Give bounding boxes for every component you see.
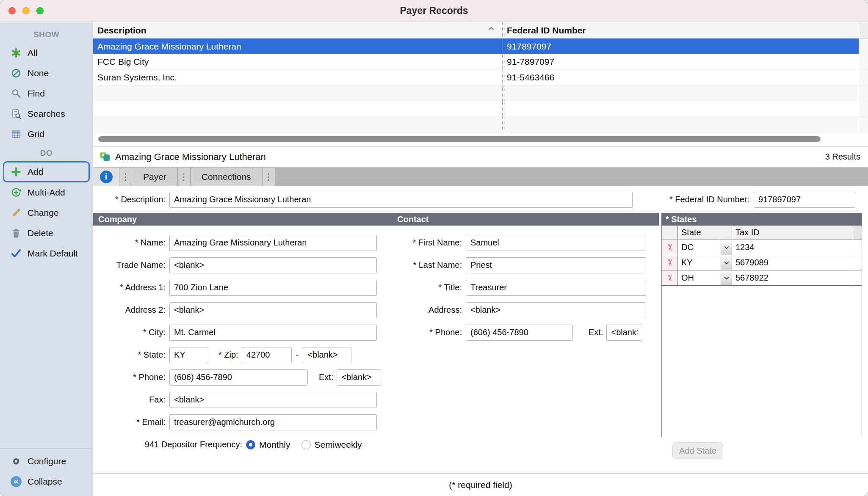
contact-ext-input[interactable] — [606, 325, 642, 341]
delete-state-button[interactable]: ✂ — [662, 255, 678, 270]
semiweekly-radio[interactable] — [301, 440, 311, 449]
zip4-input[interactable] — [303, 347, 351, 363]
zip-input[interactable] — [242, 347, 292, 363]
description-input[interactable] — [169, 192, 633, 208]
title-input[interactable] — [466, 280, 646, 296]
section-headers: Company Contact — [93, 213, 659, 226]
table-row[interactable]: FCC Big City 91-7897097 — [93, 54, 868, 70]
drag-handle-icon[interactable]: ⋮ — [178, 168, 191, 186]
delete-state-button[interactable]: ✂ — [662, 270, 678, 285]
pencil-icon — [10, 207, 22, 219]
sidebar-item-label: Find — [28, 88, 45, 99]
horizontal-scrollbar-track[interactable] — [93, 132, 868, 146]
trade-name-label: Trade Name: — [93, 260, 166, 270]
sidebar-item-none[interactable]: None — [0, 63, 93, 83]
state-select[interactable]: OH — [678, 270, 732, 285]
sidebar-item-searches[interactable]: Searches — [0, 104, 93, 124]
federal-id-label: * Federal ID Number: — [669, 195, 749, 204]
sidebar-item-label: All — [28, 48, 37, 58]
contact-phone-input[interactable] — [466, 325, 573, 341]
checkmark-icon — [10, 248, 22, 259]
drag-handle-icon[interactable]: ⋮ — [263, 168, 275, 186]
sidebar-item-find[interactable]: Find — [0, 83, 93, 104]
minimize-window-button[interactable] — [22, 7, 30, 14]
tab-bar: i ⋮ Payer ⋮ Connections ⋮ — [93, 168, 868, 186]
vertical-scrollbar-track[interactable] — [859, 22, 868, 38]
contact-section-header: Contact — [392, 213, 659, 226]
first-name-input[interactable] — [466, 235, 646, 251]
sidebar-item-delete[interactable]: Delete — [0, 223, 93, 243]
last-name-label: * Last Name: — [392, 260, 462, 270]
last-name-input[interactable] — [466, 257, 646, 273]
state-select[interactable]: KY — [678, 255, 732, 270]
chevron-down-icon[interactable] — [721, 255, 732, 270]
state-row: ✂ OH 5678922 — [662, 270, 862, 286]
company-ext-input[interactable] — [337, 369, 381, 386]
monthly-radio-label: Monthly — [259, 440, 290, 450]
description-label: * Description: — [93, 195, 166, 204]
table-row[interactable]: Amazing Grace Missionary Lutheran 917897… — [93, 39, 868, 54]
main-content: Description ^ Federal ID Number Amazing … — [93, 22, 868, 496]
table-row-empty — [93, 101, 868, 117]
state-label: * State: — [93, 350, 166, 360]
fax-input[interactable] — [169, 392, 377, 408]
sidebar-item-all[interactable]: All — [0, 43, 93, 63]
address1-label: * Address 1: — [93, 283, 166, 292]
trade-name-input[interactable] — [169, 257, 377, 273]
name-label: * Name: — [93, 238, 166, 248]
delete-state-button[interactable]: ✂ — [662, 240, 678, 255]
state-input[interactable] — [169, 347, 208, 363]
monthly-radio[interactable] — [246, 440, 255, 449]
zip-dash: - — [296, 350, 299, 360]
city-input[interactable] — [169, 325, 377, 341]
tab-connections[interactable]: Connections — [191, 168, 263, 186]
federal-id-input[interactable] — [754, 192, 855, 208]
depositor-frequency-label: 941 Depositor Frequency: — [93, 440, 242, 449]
sidebar-item-label: Searches — [28, 109, 65, 119]
tax-id-cell[interactable]: 5678922 — [732, 270, 853, 285]
sidebar-item-add[interactable]: Add — [3, 161, 90, 182]
horizontal-scrollbar-thumb[interactable] — [98, 136, 821, 142]
chevron-down-icon[interactable] — [721, 240, 732, 255]
sidebar-item-change[interactable]: Change — [0, 203, 93, 223]
email-label: * Email: — [93, 417, 166, 427]
sidebar-item-mark-default[interactable]: Mark Default — [0, 243, 93, 264]
state-select[interactable]: DC — [678, 240, 732, 255]
states-table: State Tax ID ✂ DC 1234 — [661, 226, 862, 437]
address2-label: Address 2: — [93, 305, 166, 315]
sidebar-item-grid[interactable]: Grid — [0, 124, 93, 144]
cell-federal-id: 917897097 — [502, 39, 859, 54]
state-row: ✂ KY 5679089 — [662, 255, 862, 270]
sidebar-item-configure[interactable]: Configure — [0, 451, 93, 471]
address1-input[interactable] — [169, 280, 377, 296]
magnifier-icon — [10, 88, 22, 99]
states-column-state: State — [678, 226, 732, 240]
company-phone-input[interactable] — [169, 369, 308, 386]
company-name-input[interactable] — [169, 235, 377, 251]
sidebar-show-header: SHOW — [0, 26, 93, 43]
email-input[interactable] — [169, 414, 377, 430]
sidebar: SHOW All None Find — [0, 22, 93, 496]
semiweekly-radio-label: Semiweekly — [315, 440, 362, 450]
search-document-icon — [10, 108, 22, 120]
chevron-down-icon[interactable] — [721, 270, 732, 285]
sidebar-item-collapse[interactable]: « Collapse — [0, 471, 93, 492]
add-state-button[interactable]: Add State — [672, 442, 723, 459]
info-button[interactable]: i — [93, 168, 119, 186]
sidebar-item-multi-add[interactable]: Multi-Add — [0, 182, 93, 203]
tax-id-cell[interactable]: 1234 — [732, 240, 853, 255]
address2-input[interactable] — [169, 302, 377, 318]
scissors-icon: ✂ — [665, 259, 674, 267]
tab-payer[interactable]: Payer — [132, 168, 178, 186]
drag-handle-icon[interactable]: ⋮ — [119, 168, 132, 186]
multi-add-icon — [10, 187, 22, 198]
sort-ascending-icon: ^ — [488, 26, 495, 35]
zoom-window-button[interactable] — [36, 7, 44, 14]
grid-icon — [10, 128, 22, 140]
column-header-federal-id[interactable]: Federal ID Number — [502, 22, 859, 38]
contact-address-input[interactable] — [466, 302, 646, 318]
table-row[interactable]: Suran Systems, Inc. 91-5463466 — [93, 70, 868, 85]
column-header-description[interactable]: Description ^ — [93, 22, 502, 38]
tax-id-cell[interactable]: 5679089 — [732, 255, 853, 270]
close-window-button[interactable] — [8, 7, 16, 14]
